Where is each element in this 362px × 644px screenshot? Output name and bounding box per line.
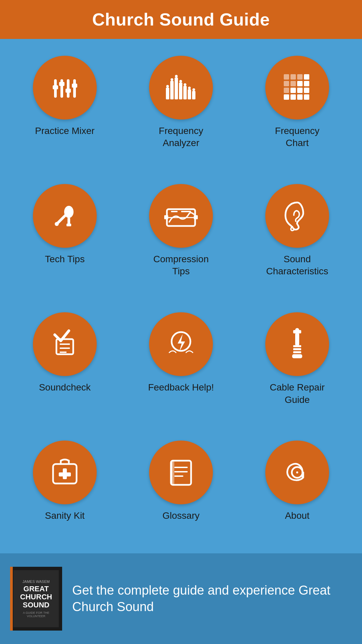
grid-item-tech-tips[interactable]: Tech Tips [28, 184, 102, 265]
grid-item-cable-repair[interactable]: Cable RepairGuide [260, 312, 334, 406]
svg-rect-35 [290, 88, 296, 93]
app-title: Church Sound Guide [7, 9, 355, 30]
sanity-kit-icon-circle[interactable] [33, 441, 97, 504]
grid-item-frequency-chart[interactable]: FrequencyChart [260, 56, 334, 149]
svg-rect-13 [170, 81, 174, 99]
footer-promo-text: Get the complete guide and experience Gr… [72, 582, 352, 615]
frequency-analyzer-icon-circle[interactable] [149, 56, 213, 120]
feedback-icon [164, 327, 198, 361]
svg-point-75 [296, 471, 298, 473]
book-icon [164, 456, 198, 489]
cable-repair-icon-circle[interactable] [265, 312, 329, 376]
svg-rect-38 [284, 94, 289, 100]
svg-rect-18 [192, 91, 195, 99]
svg-point-21 [175, 75, 178, 78]
frequency-chart-icon [280, 71, 314, 104]
svg-rect-31 [290, 81, 296, 86]
app-header: Church Sound Guide [0, 0, 362, 39]
svg-point-25 [192, 88, 195, 91]
soundcheck-icon-circle[interactable] [33, 312, 97, 376]
glossary-icon-circle[interactable] [149, 441, 213, 504]
svg-point-46 [55, 222, 59, 226]
svg-rect-40 [297, 94, 303, 100]
sound-characteristics-label: SoundCharacteristics [266, 253, 328, 278]
book-title: GREATCHURCHSOUND [20, 585, 52, 609]
svg-rect-3 [73, 79, 76, 98]
book-author: JAMES WASEM [22, 580, 50, 584]
grid-item-soundcheck[interactable]: Soundcheck [28, 312, 102, 394]
frequency-chart-icon-circle[interactable] [265, 56, 329, 120]
svg-rect-29 [304, 74, 309, 80]
svg-rect-51 [171, 211, 178, 212]
svg-rect-11 [72, 84, 77, 88]
grid-item-sanity-kit[interactable]: Sanity Kit [28, 441, 102, 522]
frequency-analyzer-label: FrequencyAnalyzer [159, 125, 203, 149]
grid-item-about[interactable]: About [260, 441, 334, 522]
svg-rect-33 [304, 81, 309, 86]
frequency-analyzer-icon [164, 71, 198, 104]
grid-item-feedback-help[interactable]: Feedback Help! [144, 312, 218, 394]
book-cover[interactable]: JAMES WASEM GREATCHURCHSOUND A GUIDE FOR… [10, 567, 62, 631]
microphone-icon [48, 199, 82, 233]
cable-repair-label: Cable RepairGuide [270, 381, 324, 406]
svg-rect-10 [65, 89, 71, 93]
svg-rect-14 [175, 78, 178, 99]
svg-rect-67 [59, 472, 71, 476]
svg-point-23 [184, 83, 186, 86]
at-icon [280, 456, 314, 489]
svg-rect-34 [284, 88, 289, 93]
svg-point-20 [171, 78, 173, 81]
frequency-chart-label: FrequencyChart [275, 125, 319, 149]
svg-point-64 [295, 328, 299, 332]
svg-point-22 [179, 80, 182, 83]
soundcheck-label: Soundcheck [39, 381, 91, 394]
feedback-help-icon-circle[interactable] [149, 312, 213, 376]
footer[interactable]: JAMES WASEM GREATCHURCHSOUND A GUIDE FOR… [0, 553, 362, 644]
svg-rect-15 [179, 83, 182, 99]
svg-rect-8 [53, 85, 58, 89]
practice-mixer-icon-circle[interactable] [33, 56, 97, 120]
grid-item-glossary[interactable]: Glossary [144, 441, 218, 522]
svg-rect-12 [166, 88, 169, 99]
svg-rect-32 [297, 81, 303, 86]
svg-rect-36 [297, 88, 303, 93]
book-subtitle: A GUIDE FOR THE VOLUNTEER [16, 611, 56, 618]
svg-rect-17 [188, 89, 191, 99]
grid-item-compression-tips[interactable]: CompressionTips [144, 184, 218, 278]
grid-item-practice-mixer[interactable]: Practice Mixer [28, 56, 102, 137]
practice-mixer-label: Practice Mixer [35, 125, 94, 137]
grid-item-sound-characteristics[interactable]: SoundCharacteristics [260, 184, 334, 278]
svg-point-19 [166, 85, 169, 88]
svg-rect-73 [171, 461, 172, 485]
about-icon-circle[interactable] [265, 441, 329, 504]
book-cover-inner: JAMES WASEM GREATCHURCHSOUND A GUIDE FOR… [13, 570, 59, 627]
svg-rect-27 [290, 74, 296, 80]
svg-rect-39 [290, 94, 296, 100]
svg-rect-9 [59, 82, 64, 86]
svg-rect-30 [284, 81, 289, 86]
main-grid: Practice Mixer Fre [0, 39, 362, 553]
grid-item-frequency-analyzer[interactable]: FrequencyAnalyzer [144, 56, 218, 149]
svg-rect-26 [284, 74, 289, 80]
svg-rect-52 [181, 211, 191, 212]
svg-rect-59 [295, 333, 299, 345]
tech-tips-label: Tech Tips [45, 253, 85, 265]
sound-characteristics-icon-circle[interactable] [265, 184, 329, 248]
cable-icon [280, 327, 314, 361]
svg-rect-61 [293, 348, 301, 350]
svg-rect-63 [292, 354, 302, 358]
compression-tips-icon-circle[interactable] [149, 184, 213, 248]
svg-rect-50 [194, 215, 198, 219]
svg-rect-2 [67, 79, 70, 98]
svg-rect-16 [183, 86, 187, 99]
svg-rect-41 [304, 94, 309, 100]
compression-icon [164, 199, 198, 233]
svg-rect-37 [304, 88, 309, 93]
sanity-kit-label: Sanity Kit [45, 510, 85, 522]
mixer-icon [48, 71, 82, 104]
svg-rect-44 [66, 224, 71, 226]
tech-tips-icon-circle[interactable] [33, 184, 97, 248]
ear-icon [280, 199, 314, 233]
feedback-help-label: Feedback Help! [148, 381, 214, 394]
svg-point-24 [188, 87, 191, 89]
